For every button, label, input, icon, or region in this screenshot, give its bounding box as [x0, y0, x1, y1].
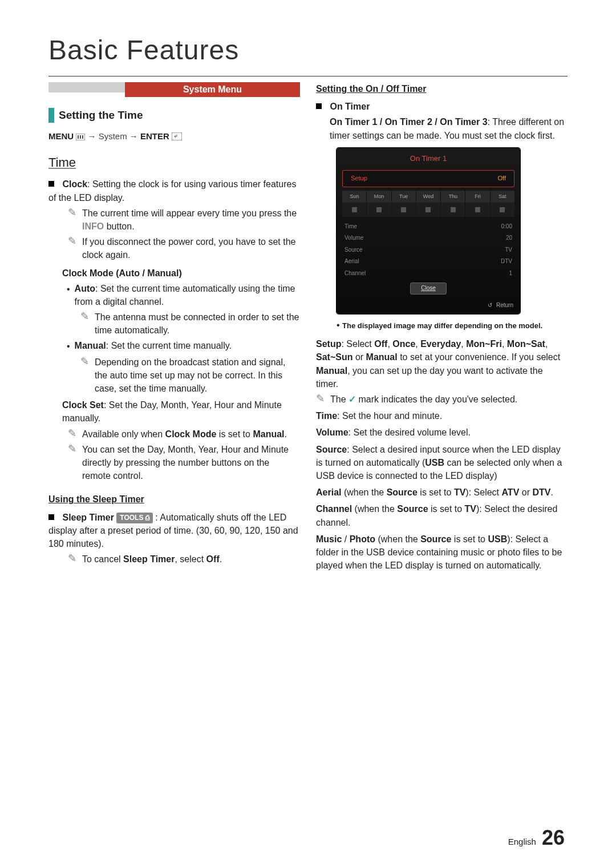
enter-label: ENTER: [140, 131, 169, 141]
ch-src: Source: [397, 504, 428, 514]
channel-para: Channel (when the Source is set to TV): …: [316, 502, 568, 529]
on-timer-label-row: On Timer: [316, 100, 568, 113]
osd-row-time[interactable]: Time0:00: [337, 221, 520, 233]
cn-b: mark indicates the day you've selected.: [356, 394, 517, 404]
right-column: Setting the On / Off Timer On Timer On T…: [316, 82, 568, 572]
auto-line: Auto: Set the current time automatically…: [75, 282, 300, 308]
dot-icon: •: [337, 320, 340, 330]
aer-dtv: DTV: [532, 487, 550, 497]
manual-line: Manual: Set the current time manually.: [75, 339, 232, 353]
so-ms: Mon~Sat: [507, 339, 545, 349]
checkbox-icon: [500, 207, 505, 212]
sn-e: .: [220, 554, 222, 564]
osd-row-label: Source: [345, 246, 363, 255]
osd-row-value: 1: [509, 269, 512, 278]
close-button[interactable]: Close: [410, 283, 447, 295]
note-text: If you disconnect the power cord, you ha…: [82, 235, 300, 261]
ch-b: Channel: [316, 504, 352, 514]
osd-day: Wed: [416, 191, 440, 203]
osd-day-check[interactable]: [416, 203, 440, 217]
osd-row-value: 0:00: [501, 223, 512, 231]
page-footer: English 26: [508, 826, 565, 850]
note-text: To cancel Sleep Timer, select Off.: [82, 553, 300, 566]
note-icon: ✎: [68, 428, 76, 441]
section-banner: System Menu: [48, 82, 300, 97]
manual-note: ✎ Depending on the broadcast station and…: [80, 356, 300, 396]
svg-rect-2: [80, 135, 81, 139]
osd-row-channel[interactable]: Channel1: [337, 268, 520, 280]
tools-label: TOOLS: [120, 514, 143, 522]
on-timer-label: On Timer: [330, 102, 370, 111]
setup-b: Setup: [316, 339, 341, 349]
note-text: Available only when Clock Mode is set to…: [82, 428, 300, 441]
checkbox-icon: [475, 207, 480, 212]
aer-src: Source: [387, 487, 418, 497]
mu-src: Source: [420, 534, 451, 544]
time-para: Time: Set the hour and minute.: [316, 409, 568, 422]
sn-b: Sleep Timer: [123, 554, 175, 564]
note-icon: ✎: [68, 207, 76, 233]
aer-t2: is set to: [418, 487, 454, 497]
checkbox-icon: [451, 207, 456, 212]
osd-day-check[interactable]: [465, 203, 489, 217]
sn-c: , select: [175, 554, 206, 564]
return-label[interactable]: Return: [496, 302, 513, 308]
osd-setup-row[interactable]: Setup Off: [342, 170, 514, 187]
osd-day: Sat: [490, 191, 514, 203]
osd-setup-value: Off: [498, 174, 506, 183]
menu-label: MENU: [48, 131, 74, 141]
osd-day-check[interactable]: [342, 203, 366, 217]
title-rule: [48, 76, 568, 76]
osd-day-check[interactable]: [366, 203, 391, 217]
menu-icon: [76, 131, 85, 144]
footer-page-number: 26: [542, 826, 565, 850]
cs-n1e: .: [285, 429, 287, 439]
manual-text: : Set the current time manually.: [106, 341, 232, 350]
osd-row-source[interactable]: SourceTV: [337, 244, 520, 256]
osd-day-check[interactable]: [440, 203, 465, 217]
ch-t1: (when the: [352, 504, 397, 514]
osd-day-check[interactable]: [490, 203, 514, 217]
clock-set-note-1: ✎ Available only when Clock Mode is set …: [68, 428, 300, 441]
on-timer-bold: On Timer 1 / On Timer 2 / On Timer 3: [330, 117, 488, 127]
square-bullet-icon: [48, 181, 54, 187]
osd-row-label: Channel: [345, 269, 366, 278]
clock-bullet: Clock: Setting the clock is for using va…: [48, 178, 300, 204]
note-icon: ✎: [316, 393, 325, 406]
checkbox-icon: [376, 207, 382, 212]
clock-mode-heading: Clock Mode (Auto / Manual): [62, 267, 300, 280]
menu-path: MENU → System → ENTER: [48, 130, 300, 144]
mu-b: Music: [316, 534, 342, 544]
aer-t3: ): Select: [465, 487, 501, 497]
disclaimer-row: • The displayed image may differ dependi…: [337, 318, 568, 332]
osd-row-label: Time: [345, 223, 357, 231]
dot-icon: •: [67, 283, 70, 308]
manual-page: Basic Features System Menu Setting the T…: [0, 0, 616, 867]
osd-day: Thu: [440, 191, 465, 203]
osd-footer: ↺ Return: [337, 298, 520, 314]
so-man: Manual: [366, 352, 398, 362]
square-bullet-icon: [316, 103, 322, 109]
osd-day: Mon: [366, 191, 391, 203]
vol-b: Volume: [316, 428, 348, 437]
osd-setup-label: Setup: [351, 174, 367, 183]
osd-days-checkboxes: [342, 203, 514, 217]
osd-day-check[interactable]: [391, 203, 416, 217]
footer-language: English: [508, 837, 536, 846]
sleep-note: ✎ To cancel Sleep Timer, select Off.: [68, 553, 300, 566]
osd-row-aerial[interactable]: AerialDTV: [337, 256, 520, 268]
so-off: Off: [374, 339, 387, 349]
checkbox-icon: [401, 207, 406, 212]
page-title: Basic Features: [48, 34, 568, 66]
clock-label: Clock: [62, 179, 87, 189]
dot-icon: •: [67, 340, 70, 353]
auto-note: ✎ The antenna must be connected in order…: [80, 310, 300, 337]
osd-close-row: Close: [337, 283, 520, 295]
manual-label: Manual: [75, 341, 106, 350]
osd-days-header: Sun Mon Tue Wed Thu Fri Sat: [342, 191, 514, 203]
osd-title: On Timer 1: [337, 148, 520, 170]
osd-day: Tue: [391, 191, 416, 203]
osd-row-volume[interactable]: Volume20: [337, 232, 520, 244]
note1a: The current time will appear every time …: [82, 208, 297, 218]
mu-usb: USB: [488, 534, 507, 544]
